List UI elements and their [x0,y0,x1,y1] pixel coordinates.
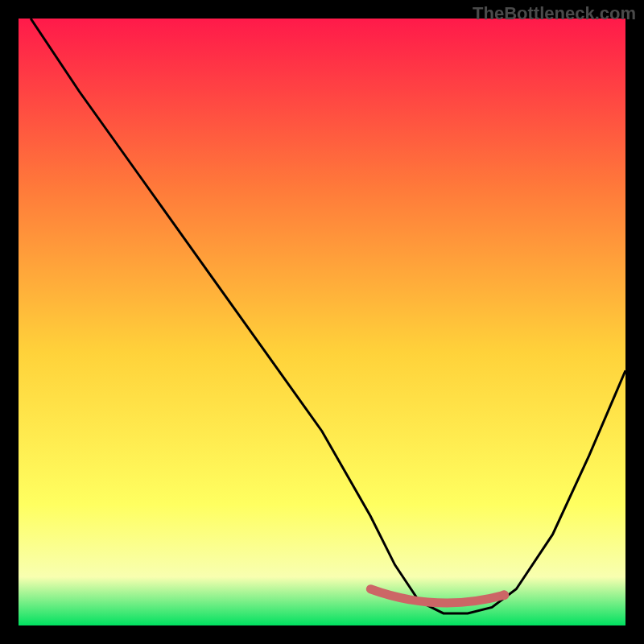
chart-svg [19,19,625,625]
chart-container: TheBottleneck.com [0,0,644,644]
flat-zone-marker [370,589,504,603]
watermark-text: TheBottleneck.com [473,3,636,24]
bottleneck-curve [31,19,625,613]
plot-area [19,19,625,625]
marker-right-dot [499,590,509,600]
